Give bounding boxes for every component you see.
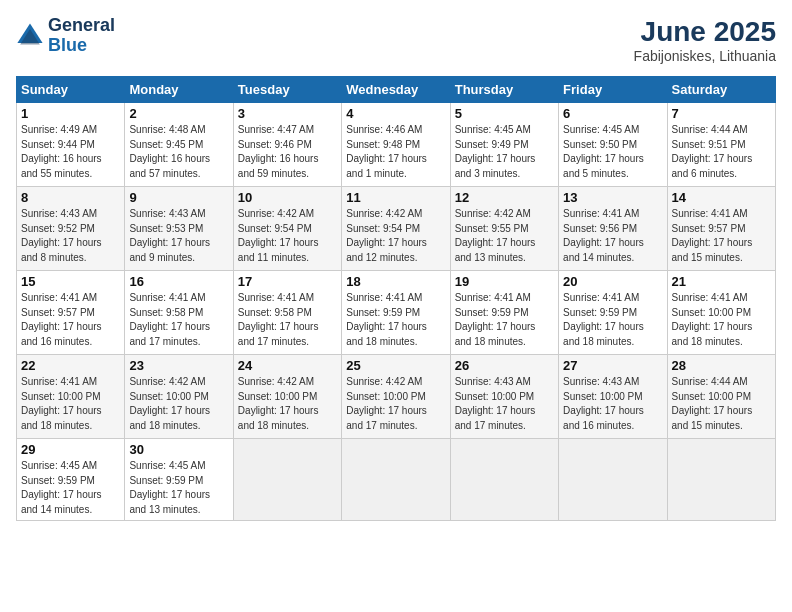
day-number: 19: [455, 274, 554, 289]
calendar-cell: 24Sunrise: 4:42 AM Sunset: 10:00 PM Dayl…: [233, 355, 341, 439]
calendar-header-saturday: Saturday: [667, 77, 775, 103]
calendar-cell: [233, 439, 341, 521]
logo-general-text: General: [48, 15, 115, 35]
day-number: 23: [129, 358, 228, 373]
logo-blue-text: Blue: [48, 35, 87, 55]
calendar-cell: 11Sunrise: 4:42 AM Sunset: 9:54 PM Dayli…: [342, 187, 450, 271]
calendar-cell: 27Sunrise: 4:43 AM Sunset: 10:00 PM Dayl…: [559, 355, 667, 439]
calendar-cell: 7Sunrise: 4:44 AM Sunset: 9:51 PM Daylig…: [667, 103, 775, 187]
calendar-cell: [667, 439, 775, 521]
day-number: 16: [129, 274, 228, 289]
calendar-header-thursday: Thursday: [450, 77, 558, 103]
day-info: Sunrise: 4:45 AM Sunset: 9:59 PM Dayligh…: [129, 459, 228, 517]
day-info: Sunrise: 4:46 AM Sunset: 9:48 PM Dayligh…: [346, 123, 445, 181]
calendar-header-wednesday: Wednesday: [342, 77, 450, 103]
calendar-cell: 1Sunrise: 4:49 AM Sunset: 9:44 PM Daylig…: [17, 103, 125, 187]
calendar-cell: 21Sunrise: 4:41 AM Sunset: 10:00 PM Dayl…: [667, 271, 775, 355]
day-number: 6: [563, 106, 662, 121]
calendar-cell: 4Sunrise: 4:46 AM Sunset: 9:48 PM Daylig…: [342, 103, 450, 187]
calendar-cell: 29Sunrise: 4:45 AM Sunset: 9:59 PM Dayli…: [17, 439, 125, 521]
calendar-cell: 25Sunrise: 4:42 AM Sunset: 10:00 PM Dayl…: [342, 355, 450, 439]
day-number: 27: [563, 358, 662, 373]
calendar-cell: 16Sunrise: 4:41 AM Sunset: 9:58 PM Dayli…: [125, 271, 233, 355]
day-info: Sunrise: 4:41 AM Sunset: 9:59 PM Dayligh…: [346, 291, 445, 349]
day-info: Sunrise: 4:42 AM Sunset: 9:54 PM Dayligh…: [238, 207, 337, 265]
calendar-cell: 9Sunrise: 4:43 AM Sunset: 9:53 PM Daylig…: [125, 187, 233, 271]
day-info: Sunrise: 4:43 AM Sunset: 9:52 PM Dayligh…: [21, 207, 120, 265]
day-info: Sunrise: 4:45 AM Sunset: 9:59 PM Dayligh…: [21, 459, 120, 517]
day-info: Sunrise: 4:41 AM Sunset: 9:57 PM Dayligh…: [21, 291, 120, 349]
calendar-header-sunday: Sunday: [17, 77, 125, 103]
calendar-cell: 15Sunrise: 4:41 AM Sunset: 9:57 PM Dayli…: [17, 271, 125, 355]
calendar-cell: 22Sunrise: 4:41 AM Sunset: 10:00 PM Dayl…: [17, 355, 125, 439]
calendar-subtitle: Fabijoniskes, Lithuania: [634, 48, 776, 64]
calendar-week-row: 22Sunrise: 4:41 AM Sunset: 10:00 PM Dayl…: [17, 355, 776, 439]
day-info: Sunrise: 4:41 AM Sunset: 10:00 PM Daylig…: [21, 375, 120, 433]
page: General Blue June 2025 Fabijoniskes, Lit…: [0, 0, 792, 612]
day-number: 3: [238, 106, 337, 121]
calendar-week-row: 8Sunrise: 4:43 AM Sunset: 9:52 PM Daylig…: [17, 187, 776, 271]
day-info: Sunrise: 4:41 AM Sunset: 10:00 PM Daylig…: [672, 291, 771, 349]
day-info: Sunrise: 4:43 AM Sunset: 10:00 PM Daylig…: [455, 375, 554, 433]
calendar-cell: 19Sunrise: 4:41 AM Sunset: 9:59 PM Dayli…: [450, 271, 558, 355]
calendar-header-row: SundayMondayTuesdayWednesdayThursdayFrid…: [17, 77, 776, 103]
calendar-header-tuesday: Tuesday: [233, 77, 341, 103]
calendar-cell: 28Sunrise: 4:44 AM Sunset: 10:00 PM Dayl…: [667, 355, 775, 439]
day-number: 18: [346, 274, 445, 289]
calendar-cell: 3Sunrise: 4:47 AM Sunset: 9:46 PM Daylig…: [233, 103, 341, 187]
day-number: 13: [563, 190, 662, 205]
calendar-cell: [450, 439, 558, 521]
day-info: Sunrise: 4:42 AM Sunset: 9:54 PM Dayligh…: [346, 207, 445, 265]
day-number: 26: [455, 358, 554, 373]
logo-icon: [16, 22, 44, 50]
day-info: Sunrise: 4:42 AM Sunset: 10:00 PM Daylig…: [346, 375, 445, 433]
day-info: Sunrise: 4:43 AM Sunset: 10:00 PM Daylig…: [563, 375, 662, 433]
day-info: Sunrise: 4:42 AM Sunset: 9:55 PM Dayligh…: [455, 207, 554, 265]
day-info: Sunrise: 4:41 AM Sunset: 9:57 PM Dayligh…: [672, 207, 771, 265]
calendar-title: June 2025: [634, 16, 776, 48]
day-number: 29: [21, 442, 120, 457]
calendar-cell: 20Sunrise: 4:41 AM Sunset: 9:59 PM Dayli…: [559, 271, 667, 355]
title-block: June 2025 Fabijoniskes, Lithuania: [634, 16, 776, 64]
calendar-cell: 8Sunrise: 4:43 AM Sunset: 9:52 PM Daylig…: [17, 187, 125, 271]
day-number: 20: [563, 274, 662, 289]
calendar-cell: 23Sunrise: 4:42 AM Sunset: 10:00 PM Dayl…: [125, 355, 233, 439]
calendar-cell: 17Sunrise: 4:41 AM Sunset: 9:58 PM Dayli…: [233, 271, 341, 355]
day-number: 25: [346, 358, 445, 373]
day-number: 7: [672, 106, 771, 121]
day-number: 15: [21, 274, 120, 289]
day-number: 8: [21, 190, 120, 205]
calendar-week-row: 15Sunrise: 4:41 AM Sunset: 9:57 PM Dayli…: [17, 271, 776, 355]
day-info: Sunrise: 4:43 AM Sunset: 9:53 PM Dayligh…: [129, 207, 228, 265]
day-number: 12: [455, 190, 554, 205]
calendar-cell: [559, 439, 667, 521]
day-number: 28: [672, 358, 771, 373]
day-number: 30: [129, 442, 228, 457]
day-number: 5: [455, 106, 554, 121]
day-number: 11: [346, 190, 445, 205]
calendar-cell: 13Sunrise: 4:41 AM Sunset: 9:56 PM Dayli…: [559, 187, 667, 271]
calendar-cell: 2Sunrise: 4:48 AM Sunset: 9:45 PM Daylig…: [125, 103, 233, 187]
day-info: Sunrise: 4:41 AM Sunset: 9:59 PM Dayligh…: [455, 291, 554, 349]
calendar-header-friday: Friday: [559, 77, 667, 103]
day-info: Sunrise: 4:44 AM Sunset: 9:51 PM Dayligh…: [672, 123, 771, 181]
day-info: Sunrise: 4:47 AM Sunset: 9:46 PM Dayligh…: [238, 123, 337, 181]
calendar-cell: 12Sunrise: 4:42 AM Sunset: 9:55 PM Dayli…: [450, 187, 558, 271]
day-info: Sunrise: 4:45 AM Sunset: 9:49 PM Dayligh…: [455, 123, 554, 181]
calendar-cell: [342, 439, 450, 521]
day-number: 10: [238, 190, 337, 205]
calendar-week-row: 29Sunrise: 4:45 AM Sunset: 9:59 PM Dayli…: [17, 439, 776, 521]
calendar-cell: 30Sunrise: 4:45 AM Sunset: 9:59 PM Dayli…: [125, 439, 233, 521]
day-info: Sunrise: 4:44 AM Sunset: 10:00 PM Daylig…: [672, 375, 771, 433]
day-number: 1: [21, 106, 120, 121]
day-number: 2: [129, 106, 228, 121]
day-number: 9: [129, 190, 228, 205]
day-info: Sunrise: 4:41 AM Sunset: 9:59 PM Dayligh…: [563, 291, 662, 349]
calendar-header-monday: Monday: [125, 77, 233, 103]
calendar-cell: 5Sunrise: 4:45 AM Sunset: 9:49 PM Daylig…: [450, 103, 558, 187]
day-info: Sunrise: 4:42 AM Sunset: 10:00 PM Daylig…: [129, 375, 228, 433]
calendar-cell: 26Sunrise: 4:43 AM Sunset: 10:00 PM Dayl…: [450, 355, 558, 439]
day-number: 22: [21, 358, 120, 373]
header: General Blue June 2025 Fabijoniskes, Lit…: [16, 16, 776, 64]
day-info: Sunrise: 4:41 AM Sunset: 9:58 PM Dayligh…: [238, 291, 337, 349]
